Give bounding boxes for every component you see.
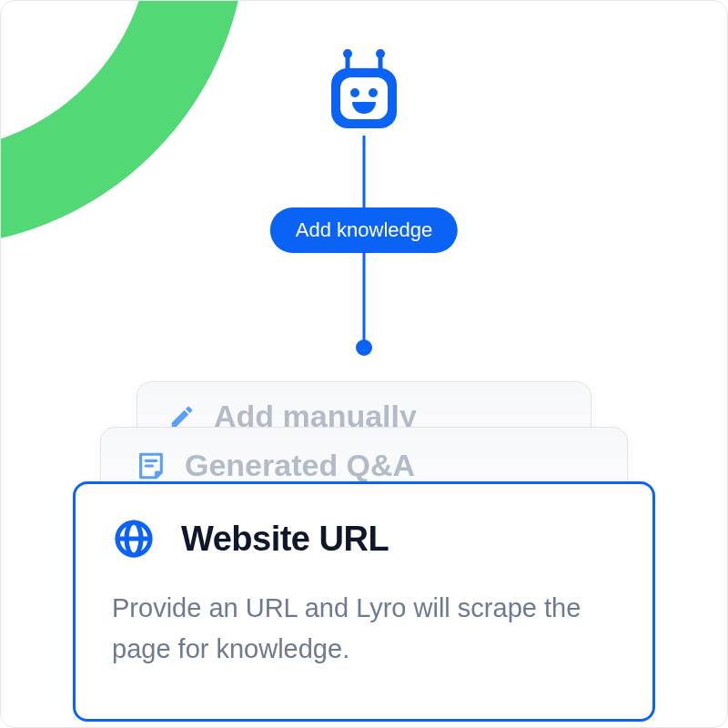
option-card-website-url[interactable]: Website URL Provide an URL and Lyro will… (73, 481, 655, 722)
badge-label: Add knowledge (296, 218, 432, 241)
connector-endpoint (356, 339, 372, 356)
svg-point-7 (369, 88, 378, 97)
options-stack: Add manually Generated Q&A (73, 381, 655, 728)
decorative-arc (0, 0, 247, 247)
bot-icon (318, 45, 410, 136)
add-knowledge-badge[interactable]: Add knowledge (270, 207, 458, 253)
option-description: Provide an URL and Lyro will scrape the … (112, 588, 616, 670)
svg-point-6 (350, 88, 359, 97)
note-icon (136, 450, 167, 481)
option-title: Generated Q&A (185, 448, 415, 483)
pencil-icon (168, 403, 196, 430)
option-title: Website URL (181, 520, 389, 559)
globe-icon (112, 517, 156, 561)
